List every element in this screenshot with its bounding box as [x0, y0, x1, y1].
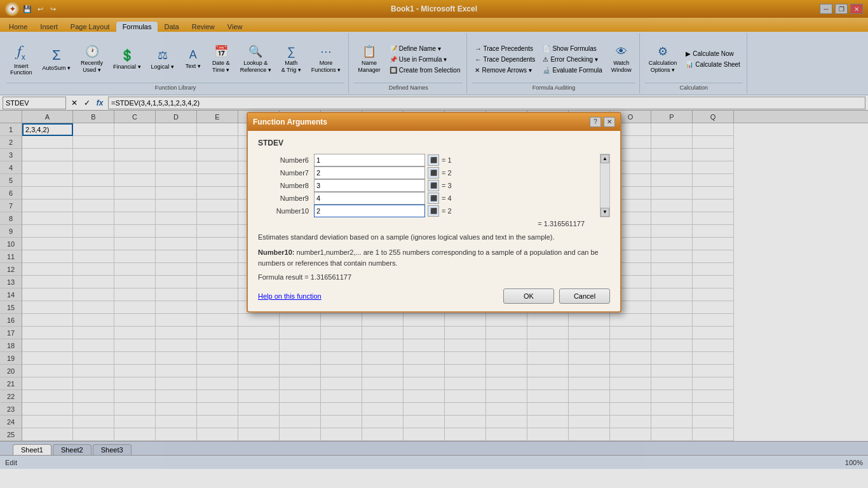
input-row-number6: Number6 ⬛ = 1 [258, 154, 597, 166]
number10-label: Number10 [258, 207, 309, 215]
number9-wrapper: ⬛ = 4 [314, 192, 597, 205]
dialog-title: Function Arguments [253, 118, 327, 126]
scroll-up-btn[interactable]: ▲ [600, 154, 609, 163]
number6-input[interactable] [314, 154, 425, 166]
dialog-close-button[interactable]: ✕ [604, 117, 615, 127]
scroll-down-btn[interactable]: ▼ [600, 208, 609, 217]
dialog-body: STDEV Number6 ⬛ = 1 Nu [248, 131, 620, 311]
dialog-close-btns: ? ✕ [590, 117, 615, 127]
number10-value: = 2 [442, 207, 452, 215]
inputs-container: Number6 ⬛ = 1 Number7 ⬛ = 2 [258, 154, 610, 217]
total-result-value: = 1.316561177 [538, 220, 585, 227]
dialog-overlay: Function Arguments ? ✕ STDEV Number6 ⬛ [0, 0, 868, 488]
dialog-formula-result: Formula result = 1.316561177 [258, 273, 610, 281]
number9-collapse-btn[interactable]: ⬛ [428, 193, 439, 204]
dialog-param-help: Number10: number1,number2,... are 1 to 2… [258, 247, 610, 268]
number7-label: Number7 [258, 169, 309, 177]
input-row-number7: Number7 ⬛ = 2 [258, 166, 597, 179]
number10-collapse-btn[interactable]: ⬛ [428, 205, 439, 217]
number7-wrapper: ⬛ = 2 [314, 166, 597, 179]
number6-collapse-btn[interactable]: ⬛ [428, 154, 439, 166]
dialog-ok-btn[interactable]: OK [503, 288, 554, 304]
input-row-number10: Number10 ⬛ = 2 [258, 205, 597, 217]
dialog-cancel-btn[interactable]: Cancel [559, 288, 610, 304]
inputs-list: Number6 ⬛ = 1 Number7 ⬛ = 2 [258, 154, 597, 217]
formula-result-label: Formula result = [258, 273, 309, 281]
number10-wrapper: ⬛ = 2 [314, 205, 597, 217]
dialog-help-btn[interactable]: ? [590, 117, 601, 127]
dialog-function-name: STDEV [258, 139, 610, 147]
function-arguments-dialog: Function Arguments ? ✕ STDEV Number6 ⬛ [247, 112, 621, 313]
dialog-total-result: = 1.316561177 [258, 220, 610, 227]
number8-value: = 3 [442, 182, 452, 189]
number10-input[interactable] [314, 205, 425, 217]
input-row-number8: Number8 ⬛ = 3 [258, 179, 597, 192]
param-help-text: number1,number2,... are 1 to 255 numbers… [258, 248, 599, 267]
dialog-help-link[interactable]: Help on this function [258, 292, 322, 300]
number6-wrapper: ⬛ = 1 [314, 154, 597, 166]
dialog-description: Estimates standard deviation based on a … [258, 233, 610, 242]
number8-collapse-btn[interactable]: ⬛ [428, 180, 439, 191]
number6-label: Number6 [258, 156, 309, 164]
number9-label: Number9 [258, 194, 309, 202]
number7-collapse-btn[interactable]: ⬛ [428, 167, 439, 179]
number6-value: = 1 [442, 156, 452, 164]
dialog-title-bar: Function Arguments ? ✕ [248, 113, 620, 131]
dialog-footer-btns: OK Cancel [503, 288, 610, 304]
dialog-scrollbar[interactable]: ▲ ▼ [600, 154, 610, 217]
formula-result-value: 1.316561177 [311, 273, 351, 281]
number9-input[interactable] [314, 192, 425, 205]
number7-value: = 2 [442, 169, 452, 177]
number7-input[interactable] [314, 166, 425, 179]
number8-wrapper: ⬛ = 3 [314, 179, 597, 192]
scroll-track[interactable] [600, 163, 609, 208]
number9-value: = 4 [442, 194, 452, 202]
dialog-footer: Help on this function OK Cancel [258, 288, 610, 304]
number8-label: Number8 [258, 182, 309, 189]
number8-input[interactable] [314, 179, 425, 192]
input-row-number9: Number9 ⬛ = 4 [258, 192, 597, 205]
param-help-label: Number10: [258, 248, 294, 256]
